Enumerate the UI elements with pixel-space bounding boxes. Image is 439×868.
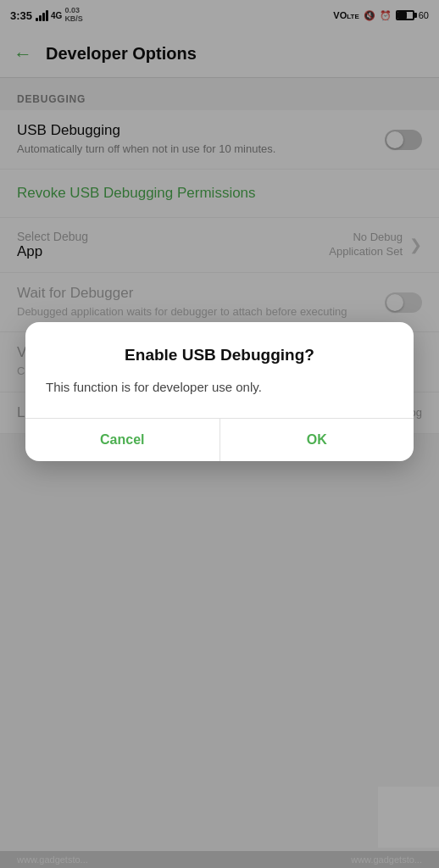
- dialog-cancel-button[interactable]: Cancel: [25, 419, 220, 461]
- dialog-ok-button[interactable]: OK: [220, 419, 414, 461]
- dialog-buttons: Cancel OK: [25, 418, 414, 461]
- usb-debugging-dialog: Enable USB Debugging? This function is f…: [25, 322, 414, 461]
- dialog-title: Enable USB Debugging?: [46, 346, 393, 364]
- dialog-message: This function is for developer use only.: [46, 378, 393, 398]
